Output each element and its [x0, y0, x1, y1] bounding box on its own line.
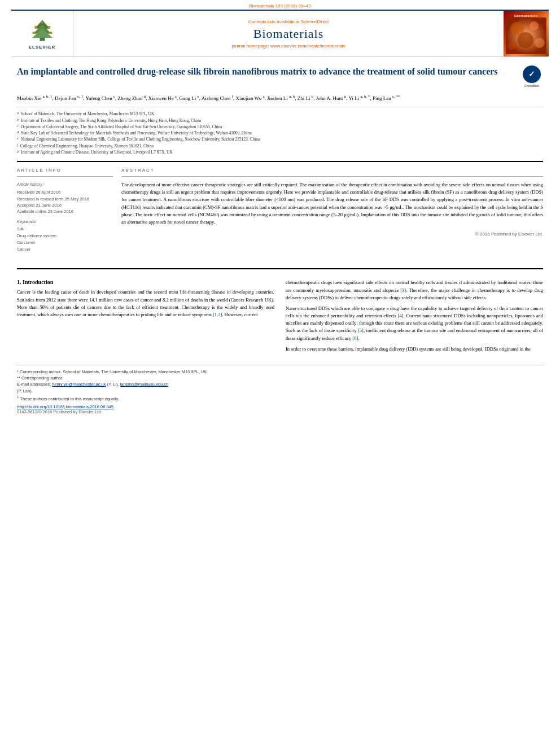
svg-point-8 [41, 21, 43, 24]
intro-para-1: Cancer is the leading cause of death in … [17, 289, 274, 318]
journal-ref-text: Biomaterials 103 (2016) 33–43 [249, 3, 310, 8]
crossmark-label: CrossMark [524, 84, 539, 88]
article-title-area: An implantable and controlled drug-relea… [17, 65, 543, 88]
body-right-col: chemotherapeutic drugs have significant … [286, 279, 543, 356]
keywords-label: Keywords: [17, 219, 113, 224]
article-info-header: ARTICLE INFO [17, 168, 113, 173]
article-history: Article history: Received 28 April 2016 … [17, 181, 113, 215]
abstract-divider [121, 176, 543, 177]
article-title: An implantable and controlled drug-relea… [17, 65, 520, 78]
journal-header: ELSEVIER Contents lists available at Sci… [11, 10, 549, 57]
footer-notes: * Corresponding author. School of Materi… [17, 365, 543, 418]
svg-point-7 [50, 32, 53, 34]
crossmark-badge[interactable]: ✓ CrossMark [520, 65, 543, 88]
journal-homepage: journal homepage: www.elsevier.com/locat… [232, 43, 345, 49]
crossmark-circle: ✓ [523, 65, 541, 83]
journal-title: Biomaterials [253, 27, 323, 41]
elsevier-tree-icon [23, 18, 62, 43]
section1-title: 1. Introduction [17, 279, 274, 285]
info-divider [17, 176, 113, 177]
keywords-list: Silk Drug delivery system Curcumin Cance… [17, 226, 113, 253]
svg-point-12 [518, 32, 533, 48]
abstract-col: ABSTRACT The development of more effecti… [121, 168, 543, 253]
issn-line: 0142-9612/© 2016 Published by Elsevier L… [17, 409, 543, 414]
intro-para-3: Nano structured DDSs which are able to c… [286, 305, 543, 342]
body-columns: 1. Introduction Cancer is the leading ca… [17, 279, 543, 356]
elsevier-label: ELSEVIER [29, 45, 56, 50]
body-content: 1. Introduction Cancer is the leading ca… [0, 276, 560, 365]
abstract-header: ABSTRACT [121, 168, 543, 173]
body-divider [17, 268, 543, 269]
cover-image-icon [506, 18, 546, 54]
affiliations: a School of Materials, The University of… [17, 107, 543, 155]
abstract-text: The development of more effective cancer… [121, 181, 543, 226]
sciencedirect-link[interactable]: Contents lists available at ScienceDirec… [248, 19, 329, 24]
article-info-col: ARTICLE INFO Article history: Received 2… [17, 168, 113, 253]
body-left-col: 1. Introduction Cancer is the leading ca… [17, 279, 274, 356]
svg-point-11 [530, 21, 539, 30]
doi-link[interactable]: http://dx.doi.org/10.1016/j.biomaterials… [17, 404, 543, 409]
page: Biomaterials 103 (2016) 33–43 ELSEVIER [0, 0, 560, 747]
svg-point-5 [47, 26, 50, 29]
intro-para-4: In order to overcome these barriers, imp… [286, 346, 543, 353]
article-content: An implantable and controlled drug-relea… [0, 57, 560, 261]
journal-reference: Biomaterials 103 (2016) 33–43 [0, 0, 560, 10]
info-abstract-section: ARTICLE INFO Article history: Received 2… [17, 161, 543, 253]
authors: Maobin Xie a, b, 1, Dejun Fan c, 1, Yufe… [17, 94, 543, 102]
svg-point-4 [34, 26, 37, 29]
svg-point-6 [32, 32, 35, 34]
journal-cover: Biomaterials [504, 11, 549, 56]
elsevier-logo: ELSEVIER [11, 11, 73, 56]
copyright: © 2016 Published by Elsevier Ltd. [121, 231, 543, 237]
journal-center: Contents lists available at ScienceDirec… [73, 11, 504, 56]
footnote-line: * Corresponding author. School of Materi… [17, 369, 543, 402]
svg-point-14 [508, 42, 515, 50]
svg-point-13 [535, 38, 545, 48]
intro-para-2: chemotherapeutic drugs have significant … [286, 279, 543, 302]
